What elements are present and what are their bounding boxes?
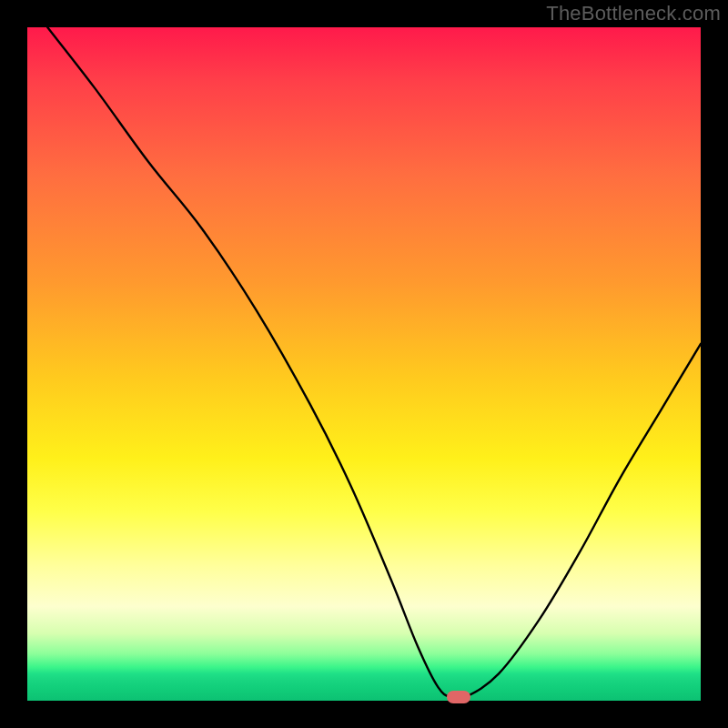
curve-path bbox=[47, 27, 701, 700]
bottleneck-curve bbox=[27, 27, 701, 701]
chart-frame: TheBottleneck.com bbox=[0, 0, 728, 728]
optimal-marker bbox=[447, 691, 470, 703]
watermark-text: TheBottleneck.com bbox=[546, 2, 721, 25]
plot-area bbox=[27, 27, 701, 701]
